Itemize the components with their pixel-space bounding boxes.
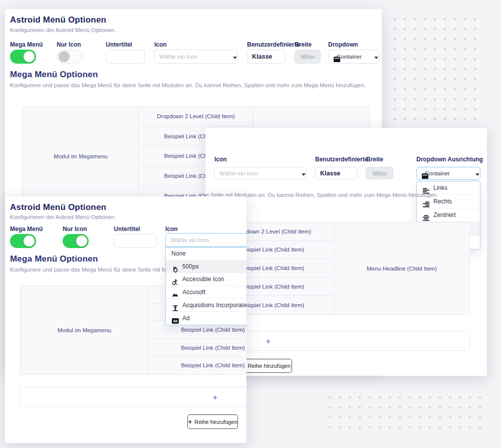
- breite-input-disabled: 980px: [295, 50, 321, 64]
- page-title: Astroid Menü Optionen: [10, 15, 106, 25]
- dropdown-alignment-select[interactable]: Container: [328, 50, 379, 64]
- megamenu-builder-table: Dropdown 2 Level (Child Item) Beispiel L…: [210, 222, 470, 315]
- page-title: Astroid Menü Optionen: [10, 202, 106, 212]
- icon-select-placeholder: Wähle ein Icon: [171, 237, 209, 243]
- icon-option-ad[interactable]: Ad Ad: [166, 312, 246, 325]
- icon-label: Icon: [214, 156, 227, 163]
- nur-icon-toggle[interactable]: [63, 234, 89, 248]
- untertitel-label: Untertitel: [106, 41, 132, 48]
- custom-class-input[interactable]: Klasse: [315, 167, 358, 179]
- module-cell[interactable]: Modul im Megamenu: [23, 107, 138, 206]
- nur-icon-label: Nur Icon: [57, 41, 81, 48]
- custom-class-label: Benutzerdefinierte: [247, 41, 300, 48]
- icon-option-acquisitions-incorporated[interactable]: Acquisitions Incorporated: [166, 299, 246, 312]
- add-row-button[interactable]: + Reihe hinzufügen: [187, 414, 238, 429]
- nur-icon-toggle[interactable]: [57, 50, 83, 64]
- toggle-knob: [59, 51, 70, 62]
- icon-select-placeholder: Wähle ein Icon: [159, 54, 197, 60]
- svg-text:Ad: Ad: [173, 319, 177, 323]
- add-row-button-label: Reihe hinzufügen: [194, 419, 237, 425]
- page-subtitle: Konfigurieren der Astroid Menü Optionen.: [10, 214, 116, 220]
- dot-pattern-bottom-right: [325, 392, 483, 436]
- icon-option-accusoft[interactable]: Accusoft: [166, 286, 246, 299]
- icon-select[interactable]: Wähle ein Icon: [165, 233, 246, 247]
- dropdown-option-zentriert[interactable]: Zentriert: [417, 208, 480, 222]
- mega-menu-toggle[interactable]: [10, 50, 36, 64]
- plus-icon[interactable]: +: [213, 393, 217, 401]
- breite-input-disabled: 980px: [366, 167, 393, 179]
- toggle-knob: [24, 236, 35, 247]
- headline-cell[interactable]: Menu Headline (Child Item): [334, 222, 469, 314]
- icon-option-none[interactable]: None: [166, 248, 246, 261]
- dropdown-label: Dropdown: [328, 41, 358, 48]
- breite-value: 980px: [372, 170, 387, 176]
- mega-menu-section-title: Mega Menü Optionen: [10, 70, 98, 80]
- custom-class-label: Benutzerdefinierte: [315, 156, 368, 163]
- toggle-knob: [24, 51, 35, 62]
- astroid-menu-options-panel-middle: Icon Benutzerdefinierte Breite Dropdown …: [205, 128, 487, 376]
- add-row-button-label: Reihe hinzufügen: [247, 363, 291, 369]
- dropdown-alignment-label: Dropdown Ausrichtung: [416, 156, 483, 163]
- add-column-box[interactable]: +: [20, 387, 246, 407]
- nur-icon-label: Nur Icon: [63, 226, 87, 233]
- custom-class-value: Klasse: [320, 170, 340, 177]
- untertitel-label: Untertitel: [114, 226, 140, 233]
- mega-menu-label: Mega Menü: [10, 226, 43, 233]
- dropdown-selected-value: Container: [425, 170, 450, 176]
- page-subtitle: Konfigurieren der Astroid Menü Optionen.: [10, 27, 116, 33]
- add-column-box[interactable]: +: [210, 331, 470, 351]
- icon-select-options: None 500px Accessible Icon Accusoft Acqu…: [165, 247, 246, 325]
- untertitel-input[interactable]: [114, 234, 157, 248]
- toggle-knob: [76, 236, 87, 247]
- mega-menu-toggle[interactable]: [10, 234, 36, 248]
- custom-class-value: Klasse: [252, 53, 272, 60]
- plus-icon[interactable]: +: [266, 337, 271, 345]
- icon-select[interactable]: Wähle ein Icon: [214, 167, 307, 179]
- menu-item-row[interactable]: Beispiel Link (Child Item): [149, 339, 246, 357]
- dropdown-alignment-select[interactable]: Container: [416, 167, 480, 180]
- menu-item-row[interactable]: Dropdown 2 Level (Child Item): [139, 107, 253, 127]
- astroid-menu-options-panel-bottom: Astroid Menü Optionen Konfigurieren der …: [5, 196, 246, 443]
- custom-class-input[interactable]: Klasse: [247, 50, 285, 64]
- breite-label: Breite: [295, 41, 312, 48]
- plus-icon: +: [188, 418, 192, 425]
- page-background: Astroid Menü Optionen Konfigurieren der …: [0, 0, 501, 448]
- icon-option-500px[interactable]: 500px: [166, 261, 246, 274]
- icon-select[interactable]: Wähle ein Icon: [154, 50, 238, 64]
- mega-menu-section-title: Mega Menü Optionen: [10, 254, 98, 264]
- module-cell[interactable]: Modul im Megamenu: [21, 286, 148, 374]
- mega-menu-section-description: Konfiguriere und passe das Mega Menü für…: [10, 82, 366, 88]
- add-row-button[interactable]: + Reihe hinzufügen: [240, 359, 292, 373]
- menu-item-row[interactable]: Beispiel Link (Child Item): [149, 357, 246, 374]
- mega-menu-label: Mega Menü: [10, 41, 43, 48]
- icon-option-accessible-icon[interactable]: Accessible Icon: [166, 273, 246, 286]
- icon-select-placeholder: Wähle ein Icon: [219, 170, 258, 176]
- dot-pattern-top-right: [390, 14, 479, 121]
- breite-label: Breite: [366, 156, 383, 163]
- untertitel-input[interactable]: [106, 50, 145, 64]
- icon-label: Icon: [154, 41, 167, 48]
- icon-label: Icon: [165, 226, 178, 233]
- dropdown-selected-value: Container: [337, 54, 362, 60]
- breite-value: 980px: [301, 54, 315, 60]
